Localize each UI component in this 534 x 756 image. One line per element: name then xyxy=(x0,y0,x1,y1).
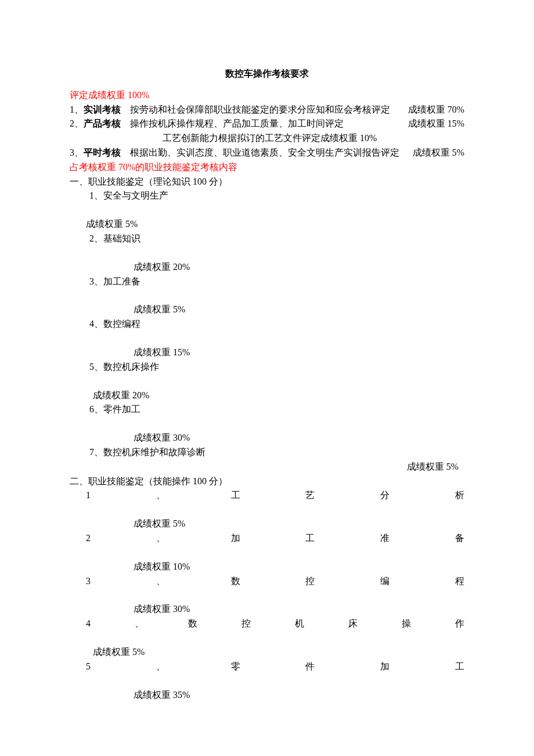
skill-item-sep: 、 xyxy=(156,574,165,589)
skill-item-char: 加 xyxy=(380,660,389,674)
item-weight: 成绩权重 15% xyxy=(408,117,464,131)
item-bold: 产品考核 xyxy=(84,118,121,128)
section-a-title: 一、职业技能鉴定（理论知识 100 分） xyxy=(70,175,464,189)
item-desc: 操作按机床操作规程、产品加工质量、加工时间评定 xyxy=(121,118,344,128)
skill-item-sep: 、 xyxy=(156,531,165,546)
skill-item-row: 3、数控编程 xyxy=(70,574,464,589)
skill-item-num: 4 xyxy=(86,617,91,631)
skill-item-char: 工 xyxy=(305,531,315,546)
skill-item-weight: 成绩权重 5% xyxy=(70,517,464,531)
theory-item-6: 6、零件加工 xyxy=(70,402,464,417)
skill-item-num: 1 xyxy=(86,488,91,503)
item-num: 3、 xyxy=(70,147,84,157)
theory-item-5: 5、数控机床操作 xyxy=(70,360,464,375)
theory-item-2: 2、基础知识 xyxy=(70,232,464,246)
main-item-2-sub: 工艺创新能力根据拟订的工艺文件评定成绩权重 10% xyxy=(70,131,464,146)
skill-item-char: 数 xyxy=(188,617,197,631)
main-item-3: 3、平时考核 根据出勤、实训态度、职业道德素质、安全文明生产实训报告评定 成绩权… xyxy=(70,146,464,160)
theory-item-4: 4、数控编程 xyxy=(70,317,464,332)
skill-item-char: 编 xyxy=(380,574,389,589)
skill-item-weight: 成绩权重 5% xyxy=(70,645,464,660)
theory-item-1-weight: 成绩权重 5% xyxy=(70,217,464,232)
skill-item-char: 准 xyxy=(380,531,389,546)
skill-item-num: 3 xyxy=(86,574,91,589)
theory-item-7-weight: 成绩权重 5% xyxy=(70,460,464,474)
skill-item-row: 5、零件加工 xyxy=(70,660,464,674)
skill-item-weight: 成绩权重 35% xyxy=(70,688,464,703)
skill-item-char: 程 xyxy=(455,574,464,589)
item-bold: 平时考核 xyxy=(84,147,121,157)
skill-item-char: 控 xyxy=(305,574,315,589)
item-bold: 实训考核 xyxy=(84,105,121,114)
item-desc: 按劳动和社会保障部职业技能鉴定的要求分应知和应会考核评定 xyxy=(121,105,390,114)
skill-item-char: 析 xyxy=(455,488,464,503)
skill-item-num: 2 xyxy=(86,531,91,546)
skill-item-char: 机 xyxy=(295,617,304,631)
skill-item-weight: 成绩权重 30% xyxy=(70,602,464,617)
heading-red-2: 占考核权重 70%的职业技能鉴定考核内容 xyxy=(70,160,464,175)
skill-item-char: 控 xyxy=(241,617,251,631)
theory-item-5-weight: 成绩权重 20% xyxy=(70,388,464,403)
theory-item-2-weight: 成绩权重 20% xyxy=(70,260,464,275)
skill-item-sep: 、 xyxy=(135,617,144,631)
theory-item-3: 3、加工准备 xyxy=(70,275,464,289)
skill-item-char: 件 xyxy=(305,660,315,674)
theory-item-3-weight: 成绩权重 5% xyxy=(70,303,464,317)
skill-item-char: 床 xyxy=(348,617,358,631)
skill-item-char: 备 xyxy=(455,531,464,546)
theory-item-4-weight: 成绩权重 15% xyxy=(70,345,464,360)
section-b-title: 二、职业技能鉴定（技能操作 100 分） xyxy=(70,474,464,489)
main-item-2: 2、产品考核 操作按机床操作规程、产品加工质量、加工时间评定 成绩权重 15% xyxy=(70,117,464,131)
skill-item-char: 操 xyxy=(402,617,411,631)
item-weight: 成绩权重 5% xyxy=(413,146,464,160)
skill-item-sep: 、 xyxy=(156,660,165,674)
skill-item-weight: 成绩权重 10% xyxy=(70,560,464,574)
skill-item-char: 加 xyxy=(231,531,240,546)
item-weight: 成绩权重 70% xyxy=(408,103,464,117)
skill-item-row: 4、数控机床操作 xyxy=(70,617,464,631)
skill-item-char: 零 xyxy=(231,660,240,674)
heading-red-1: 评定成绩权重 100% xyxy=(70,88,464,103)
document-title: 数控车操作考核要求 xyxy=(70,67,464,81)
skill-item-char: 工 xyxy=(455,660,464,674)
main-item-1: 1、实训考核 按劳动和社会保障部职业技能鉴定的要求分应知和应会考核评定 成绩权重… xyxy=(70,103,464,117)
item-num: 1、 xyxy=(70,105,84,114)
skill-item-char: 工 xyxy=(231,488,240,503)
theory-item-6-weight: 成绩权重 30% xyxy=(70,431,464,445)
item-desc: 根据出勤、实训态度、职业道德素质、安全文明生产实训报告评定 xyxy=(121,147,399,157)
theory-item-7: 7、数控机床维护和故障诊断 xyxy=(70,445,464,460)
skill-item-row: 2、加工准备 xyxy=(70,531,464,546)
skill-item-char: 数 xyxy=(231,574,240,589)
skill-item-sep: 、 xyxy=(156,488,165,503)
skill-item-num: 5 xyxy=(86,660,91,674)
skill-item-row: 1、工艺分析 xyxy=(70,488,464,503)
skill-item-char: 分 xyxy=(380,488,389,503)
skill-item-char: 艺 xyxy=(305,488,315,503)
theory-item-1: 1、安全与文明生产 xyxy=(70,189,464,203)
item-num: 2、 xyxy=(70,118,84,128)
skill-item-char: 作 xyxy=(455,617,464,631)
